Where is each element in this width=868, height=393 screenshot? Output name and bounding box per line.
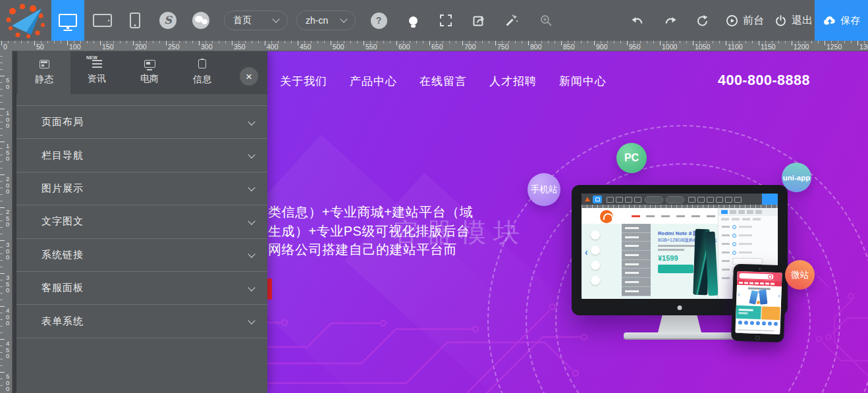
panel-tab-static[interactable]: 静态 bbox=[18, 51, 70, 94]
save-label: 保存 bbox=[841, 14, 861, 27]
panel-tab-news[interactable]: NEW 资讯 bbox=[70, 51, 123, 94]
refresh-icon bbox=[696, 14, 709, 27]
lightbulb-icon bbox=[409, 16, 418, 25]
tablet-home-button bbox=[755, 335, 760, 340]
chevron-down-icon bbox=[248, 284, 255, 291]
monitor-icon bbox=[59, 14, 77, 27]
panel-section[interactable]: 栏目导航 bbox=[16, 138, 267, 171]
help-button[interactable]: ? bbox=[370, 0, 387, 41]
site-nav-item[interactable]: 产品中心 bbox=[350, 74, 397, 89]
imac-base bbox=[624, 332, 736, 340]
undo-button[interactable] bbox=[629, 0, 646, 41]
bubble-uniapp[interactable]: uni-app bbox=[782, 163, 811, 192]
page-select[interactable]: 首页 bbox=[224, 11, 288, 30]
site-nav: 关于我们产品中心在线留言人才招聘新闻中心 bbox=[280, 74, 607, 89]
editor-toolbar: S 首页 zh-cn ? bbox=[0, 0, 868, 41]
zoom-button[interactable] bbox=[537, 0, 555, 41]
refresh-button[interactable] bbox=[693, 0, 711, 41]
import-icon bbox=[472, 14, 485, 27]
tips-button[interactable] bbox=[404, 0, 421, 41]
tablet-search-bar bbox=[739, 273, 773, 279]
cloud-save-icon bbox=[823, 14, 837, 26]
chevron-down-icon bbox=[248, 184, 255, 192]
panel-section[interactable]: 表单系统 bbox=[16, 304, 267, 338]
language-select-value: zh-cn bbox=[306, 15, 328, 26]
mini-sidebar-menu bbox=[622, 224, 651, 296]
panel-tab-info[interactable]: 信息 bbox=[176, 51, 229, 94]
tablet-screen: ‹ › bbox=[735, 271, 782, 334]
mini-site-header bbox=[582, 208, 718, 224]
panel-close-button[interactable]: × bbox=[240, 67, 258, 86]
site-phone-number[interactable]: 400-800-8888 bbox=[718, 72, 810, 89]
hidden-red-element bbox=[267, 278, 272, 300]
wechat-button[interactable] bbox=[192, 12, 209, 29]
preview-front-button[interactable]: 前台 bbox=[726, 0, 764, 41]
phone-icon bbox=[130, 13, 140, 28]
device-desktop-button[interactable] bbox=[51, 0, 84, 41]
static-tab-icon bbox=[40, 60, 49, 68]
panel-section[interactable]: 页面布局 bbox=[16, 105, 267, 138]
new-badge: NEW bbox=[86, 55, 97, 60]
close-icon: × bbox=[246, 71, 252, 82]
website-builder-app: 关于我们产品中心在线留言人才招聘新闻中心 400-800-8888 类信息）+专… bbox=[0, 0, 868, 393]
tablet-icon bbox=[93, 14, 112, 27]
bubble-pc[interactable]: PC bbox=[616, 143, 647, 173]
fullscreen-button[interactable] bbox=[437, 0, 454, 41]
mini-product-image bbox=[693, 229, 717, 298]
chevron-down-icon bbox=[248, 118, 255, 125]
mini-site-logo bbox=[600, 210, 613, 223]
magic-wand-button[interactable] bbox=[503, 0, 520, 41]
exit-button[interactable]: 退出 bbox=[774, 0, 813, 41]
magic-wand-icon bbox=[505, 14, 518, 27]
device-mobile-button[interactable] bbox=[119, 0, 151, 41]
site-nav-item[interactable]: 在线留言 bbox=[420, 74, 467, 89]
workspace-gutter bbox=[12, 51, 16, 393]
tablet-mockup[interactable]: ‹ › bbox=[731, 264, 786, 343]
import-template-button[interactable] bbox=[470, 0, 487, 41]
panel-tabs: 静态 NEW 资讯 电商 信息 × bbox=[16, 51, 267, 94]
panel-section[interactable]: 文字图文 bbox=[16, 205, 267, 238]
mini-editor-toolbar bbox=[582, 194, 778, 205]
chevron-down-icon bbox=[340, 15, 347, 22]
panel-section[interactable]: 系统链接 bbox=[16, 238, 267, 271]
wechat-icon bbox=[192, 12, 209, 29]
bubble-mobile-site[interactable]: 手机站 bbox=[528, 173, 560, 206]
mini-back-arrow: ‹ bbox=[585, 248, 588, 257]
canvas-watermark: 容器模块 bbox=[393, 215, 527, 251]
language-select[interactable]: zh-cn bbox=[296, 11, 356, 30]
miniprogram-icon: S bbox=[164, 15, 172, 26]
site-nav-item[interactable]: 新闻中心 bbox=[559, 74, 607, 89]
panel-sections: 页面布局 栏目导航 图片展示 文字图文 系统链接 客服面板 表单系统 bbox=[16, 105, 267, 338]
modules-panel: 静态 NEW 资讯 电商 信息 × 页面布局 栏目导航 bbox=[16, 51, 267, 393]
apple-logo-icon bbox=[678, 305, 682, 310]
zoom-plus-icon bbox=[539, 14, 553, 27]
bubble-weixin-site[interactable]: 微站 bbox=[785, 260, 815, 290]
ruler-horizontal: 0501001502002503003504004505005506006507… bbox=[0, 41, 868, 51]
info-tab-icon bbox=[198, 59, 206, 68]
undo-icon bbox=[631, 15, 644, 26]
redo-button[interactable] bbox=[662, 0, 679, 41]
redo-icon bbox=[664, 15, 677, 26]
tablet-site-header bbox=[737, 271, 782, 281]
news-tab-icon bbox=[92, 60, 102, 68]
site-nav-item[interactable]: 人才招聘 bbox=[489, 74, 537, 89]
tablet-camera bbox=[759, 268, 761, 270]
miniprogram-button[interactable]: S bbox=[159, 12, 176, 29]
page-select-value: 首页 bbox=[233, 14, 252, 26]
imac-stand bbox=[658, 315, 701, 332]
app-logo[interactable] bbox=[6, 3, 45, 38]
panel-section[interactable]: 客服面板 bbox=[16, 271, 267, 304]
panel-section[interactable]: 图片展示 bbox=[16, 172, 267, 205]
tablet-carousel: ‹ › bbox=[736, 285, 782, 307]
device-tablet-button[interactable] bbox=[86, 0, 119, 41]
power-icon bbox=[774, 14, 787, 27]
site-nav-item[interactable]: 关于我们 bbox=[280, 74, 327, 89]
exit-label: 退出 bbox=[792, 14, 813, 28]
panel-tab-shop[interactable]: 电商 bbox=[123, 51, 176, 94]
ruler-vertical: 50100150200250300350400450500 bbox=[0, 51, 13, 393]
chevron-down-icon bbox=[248, 217, 255, 224]
chevron-down-icon bbox=[248, 251, 255, 258]
save-button[interactable]: 保存 bbox=[815, 0, 868, 41]
chevron-down-icon bbox=[248, 317, 255, 324]
chevron-down-icon bbox=[248, 151, 255, 158]
